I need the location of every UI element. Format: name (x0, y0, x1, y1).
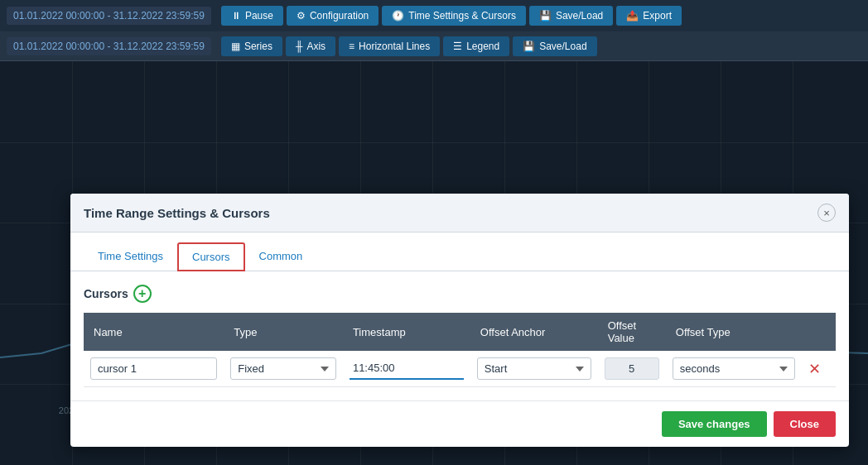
close-modal-button[interactable]: Close (774, 411, 836, 437)
cursor-delete-cell: ✕ (802, 351, 836, 387)
cursor-offset-value-cell (598, 351, 666, 387)
modal-body: Cursors + Name Type Timestamp Offset Anc… (70, 271, 849, 400)
col-header-offset-type: Offset Type (666, 313, 802, 351)
chart-area: 2022 Feb Mar Apr May Jun Jul Aug Sep Oct… (0, 61, 868, 465)
delete-cursor-button[interactable]: ✕ (808, 362, 821, 376)
cursor-type-select[interactable]: Fixed Offset (230, 357, 336, 380)
modal-tabs: Time Settings Cursors Common (70, 232, 849, 271)
cursor-offset-value-input[interactable] (605, 357, 659, 380)
top-time-range: 01.01.2022 00:00:00 - 31.12.2022 23:59:5… (7, 7, 211, 25)
top-toolbar: 01.01.2022 00:00:00 - 31.12.2022 23:59:5… (0, 0, 868, 31)
plus-circle-icon: + (133, 285, 152, 303)
close-icon: × (823, 207, 830, 219)
modal-close-button[interactable]: × (817, 204, 836, 222)
modal-header: Time Range Settings & Cursors × (70, 194, 849, 232)
clock-icon: 🕐 (392, 10, 404, 22)
save2-icon: 💾 (523, 41, 535, 52)
save-icon: 💾 (539, 10, 552, 22)
axis-icon: ╫ (296, 41, 303, 52)
add-cursor-button[interactable]: + (133, 285, 152, 303)
gear-icon: ⚙ (297, 10, 306, 22)
time-settings-cursors-button[interactable]: 🕐 Time Settings & Cursors (382, 6, 526, 26)
cursor-type-cell: Fixed Offset (224, 351, 343, 387)
tab-common[interactable]: Common (245, 242, 317, 271)
legend-icon: ☰ (453, 41, 462, 52)
cursor-timestamp-input[interactable] (350, 357, 464, 380)
save-changes-button[interactable]: Save changes (662, 411, 767, 437)
col-header-action (802, 313, 836, 351)
table-header-row: Name Type Timestamp Offset Anchor Offset… (84, 313, 836, 351)
modal-title: Time Range Settings & Cursors (84, 206, 270, 220)
col-header-timestamp: Timestamp (343, 313, 470, 351)
cursor-offset-type-select[interactable]: seconds minutes hours days (673, 357, 795, 380)
modal-dialog: Time Range Settings & Cursors × Time Set… (70, 194, 849, 447)
cursors-table: Name Type Timestamp Offset Anchor Offset… (84, 313, 836, 387)
cursor-anchor-cell: Start End (470, 351, 598, 387)
col-header-type: Type (224, 313, 343, 351)
horizontal-lines-button[interactable]: ≡ Horizontal Lines (339, 36, 440, 56)
col-header-offset-anchor: Offset Anchor (470, 313, 598, 351)
export-icon: 📤 (626, 10, 639, 22)
pause-button[interactable]: ⏸ Pause (221, 6, 283, 26)
col-header-name: Name (84, 313, 224, 351)
save-load2-button[interactable]: 💾 Save/Load (513, 36, 596, 56)
legend-button[interactable]: ☰ Legend (443, 36, 509, 56)
series-icon: ▦ (231, 41, 240, 52)
export-button[interactable]: 📤 Export (616, 6, 682, 26)
tab-time-settings[interactable]: Time Settings (84, 242, 177, 271)
cursor-timestamp-cell (343, 351, 470, 387)
col-header-offset-value: Offset Value (598, 313, 666, 351)
cursor-offset-type-cell: seconds minutes hours days (666, 351, 802, 387)
second-toolbar: 01.01.2022 00:00:00 - 31.12.2022 23:59:5… (0, 31, 868, 61)
second-time-range: 01.01.2022 00:00:00 - 31.12.2022 23:59:5… (7, 37, 211, 55)
axis-button[interactable]: ╫ Axis (286, 36, 335, 56)
series-button[interactable]: ▦ Series (221, 36, 282, 56)
save-load-button[interactable]: 💾 Save/Load (529, 6, 613, 26)
modal-footer: Save changes Close (70, 400, 849, 447)
tab-cursors[interactable]: Cursors (177, 242, 245, 271)
pause-icon: ⏸ (231, 10, 241, 22)
cursor-name-cell (84, 351, 224, 387)
section-title: Cursors + (84, 285, 836, 303)
table-row: Fixed Offset Start End (84, 351, 836, 387)
configuration-button[interactable]: ⚙ Configuration (287, 6, 379, 26)
cursor-anchor-select[interactable]: Start End (477, 357, 591, 380)
horizontal-lines-icon: ≡ (349, 41, 354, 52)
cursor-name-input[interactable] (90, 357, 217, 380)
